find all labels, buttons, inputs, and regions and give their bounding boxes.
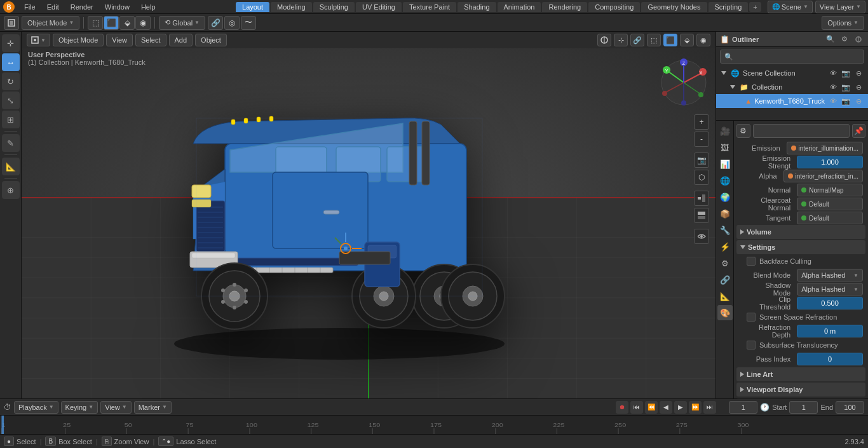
step-back-btn[interactable]: ⏪ [645,401,658,414]
pass-index-value[interactable]: 0 [797,353,863,365]
workspace-tab-compositing[interactable]: Compositing [588,2,640,12]
props-render-icon[interactable]: 🎥 [717,123,733,139]
timeline-marker-btn[interactable]: Marker ▼ [134,401,172,414]
truck-eye-icon[interactable]: 👁 [827,95,839,107]
play-reverse-btn[interactable]: ◀ [660,401,672,414]
viewport[interactable]: ▼ Object Mode View Select Add Object ⊹ 🔗… [22,32,715,398]
wireframe-btn[interactable]: ⬚ [88,16,103,30]
blend-mode-value[interactable]: Alpha Hashed ▼ [797,269,863,282]
screen-space-refraction-checkbox[interactable] [747,313,756,322]
outliner-search-input[interactable] [720,50,864,64]
outliner-filter-btn[interactable]: 🔍 [825,34,836,45]
workspace-tab-geonodes[interactable]: Geometry Nodes [641,2,707,12]
shading-wireframe-btn[interactable]: ⬚ [647,34,661,46]
object-mode-btn[interactable]: Object Mode ▼ [22,16,79,30]
workspace-tab-modeling[interactable]: Modeling [271,2,312,12]
options-btn[interactable]: Options ▼ [822,16,864,30]
start-frame-field[interactable]: 1 [789,401,818,414]
zoom-in-btn[interactable]: + [694,114,709,130]
cursor-tool[interactable]: ✛ [2,34,20,52]
material-btn[interactable]: ⬙ [119,16,135,30]
snap-btn[interactable]: 🔗 [208,16,223,30]
rendered-btn[interactable]: ◉ [135,16,151,30]
props-material-icon[interactable]: 🎨 [717,305,733,320]
viewport-display-section-header[interactable]: Viewport Display [736,383,865,397]
workspace-tab-animation[interactable]: Animation [498,2,541,12]
jump-end-btn[interactable]: ⏭ [703,401,716,414]
settings-section-header[interactable]: Settings [736,240,865,254]
eye-visible-icon[interactable]: 👁 [827,67,839,79]
clip-threshold-value[interactable]: 0.500 [797,297,863,309]
exclude-icon[interactable]: ⊖ [853,67,864,79]
viewport-editor-type-btn[interactable]: ▼ [27,34,50,46]
blend-mode-dropdown[interactable]: Alpha Hashed ▼ [797,269,863,282]
navigation-gizmo[interactable]: X Y Z [658,57,709,108]
outliner-toggle-btn[interactable] [853,34,864,45]
refraction-depth-value[interactable]: 0 m [797,325,863,337]
volume-section-header[interactable]: Volume [736,225,865,239]
workspace-tab-scripting[interactable]: Scripting [709,2,749,12]
props-constraints-icon[interactable]: 🔗 [717,272,733,287]
alpha-value[interactable]: interior_refraction_in... [783,170,864,182]
camera-render-icon[interactable]: 📷 [840,67,851,79]
ortho-x-btn[interactable] [694,191,709,206]
collection-camera-icon[interactable]: 📷 [840,81,851,93]
props-particles-icon[interactable]: ⚡ [717,239,733,254]
scale-tool[interactable]: ⤡ [2,92,20,109]
hide-show-btn[interactable] [694,229,709,244]
outliner-item-truck[interactable]: ▲ Kenworth_T680_Truck 👁 📷 ⊖ [716,94,868,108]
shadow-mode-dropdown[interactable]: Alpha Hashed ▼ [797,283,863,295]
add-tool[interactable]: ⊕ [2,181,20,199]
transform-tool[interactable]: ⊞ [2,111,20,128]
props-scene-icon[interactable]: 🌐 [717,173,733,188]
collection-exclude-icon[interactable]: ⊖ [853,81,864,93]
viewport-select-btn[interactable]: Select [135,34,166,46]
viewport-snap-btn[interactable]: 🔗 [630,34,644,46]
tangent-value[interactable]: Default [797,212,863,224]
workspace-tab-uvediting[interactable]: UV Editing [356,2,402,12]
truck-render-icon[interactable]: ⊖ [853,95,864,107]
props-filter-type-btn[interactable]: ⚙ [736,124,750,138]
timeline-view-btn[interactable]: View ▼ [100,401,132,414]
current-frame-field[interactable]: 1 [729,401,757,414]
record-btn[interactable]: ⏺ [616,401,628,414]
menu-edit[interactable]: Edit [42,2,64,12]
emission-strength-value[interactable]: 1.000 [797,156,863,168]
truck-camera-icon[interactable]: 📷 [840,95,851,107]
shading-solid-btn[interactable]: ⬛ [663,34,677,46]
viewport-overlay-btn[interactable] [597,34,611,46]
menu-file[interactable]: File [19,2,41,12]
graph-btn[interactable]: 〜 [241,16,256,30]
backface-culling-checkbox[interactable] [747,257,756,266]
shading-material-btn[interactable]: ⬙ [680,34,694,46]
perspective-btn[interactable]: ⬡ [694,170,709,185]
view-layer-selector[interactable]: View Layer ▼ [815,1,865,13]
shadow-mode-value[interactable]: Alpha Hashed ▼ [797,283,863,295]
workspace-tab-texturepaint[interactable]: Texture Paint [403,2,456,12]
normal-value[interactable]: Normal/Map [797,184,863,196]
solid-btn[interactable]: ⬛ [104,16,119,30]
zoom-out-btn[interactable]: - [694,132,709,147]
menu-window[interactable]: Window [100,2,135,12]
props-filter-pin-btn[interactable]: 📌 [852,124,866,138]
workspace-tab-shading[interactable]: Shading [458,2,496,12]
move-tool[interactable]: ↔ [2,53,20,71]
menu-help[interactable]: Help [136,2,161,12]
viewport-add-btn[interactable]: Add [169,34,193,46]
props-physics-icon[interactable]: ⚙ [717,255,733,271]
emission-value[interactable]: interior_illumination... [787,142,864,154]
collection-eye-icon[interactable]: 👁 [827,81,839,93]
mode-icon-btn[interactable] [4,16,19,30]
viewport-view-btn[interactable]: View [106,34,133,46]
props-output-icon[interactable]: 🖼 [717,140,733,155]
workspace-tab-layout[interactable]: Layout [236,2,269,12]
workspace-tab-add[interactable]: + [749,2,761,12]
camera-view-btn[interactable]: 📷 [694,153,709,168]
end-frame-field[interactable]: 100 [836,401,864,414]
clearcoat-normal-value[interactable]: Default [797,198,863,210]
outliner-settings-btn[interactable]: ⚙ [839,34,850,45]
transform-space-btn[interactable]: ⟲ Global ▼ [159,16,205,30]
menu-render[interactable]: Render [65,2,98,12]
timeline-playback-btn[interactable]: Playback ▼ [14,401,58,414]
outliner-item-scene-collection[interactable]: 🌐 Scene Collection 👁 📷 ⊖ [716,66,868,80]
